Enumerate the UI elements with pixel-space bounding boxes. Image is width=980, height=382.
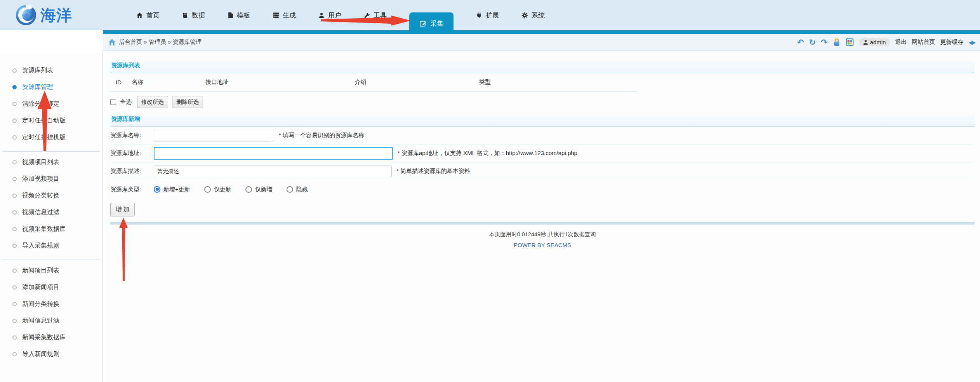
user-icon: [863, 40, 868, 45]
nav-item-collect[interactable]: 采集: [409, 12, 454, 34]
resource-url-input[interactable]: [154, 147, 393, 160]
radio-option-add-only[interactable]: 仅新增: [245, 186, 273, 193]
radio-option-update-only[interactable]: 仅更新: [204, 186, 231, 193]
nav-item-data[interactable]: 数据: [182, 11, 205, 20]
sidebar-item-import-collect-rules[interactable]: 导入采集规则: [2, 237, 100, 254]
site-home-link[interactable]: 网站首页: [912, 38, 935, 46]
nav-underline-bar: [103, 30, 980, 34]
breadcrumb: 后台首页 » 管理员 » 资源库管理: [108, 38, 202, 46]
column-name: 名称: [132, 78, 205, 86]
home-icon: [108, 39, 116, 46]
bullet-icon: [12, 285, 17, 290]
sidebar-item-news-project-list[interactable]: 新闻项目列表: [2, 262, 100, 279]
user-icon: [318, 12, 325, 19]
nav-item-home[interactable]: 首页: [136, 11, 160, 20]
url-field-hint: * 资源库api地址，仅支持 XML 格式，如：http://www.123.c…: [398, 150, 577, 157]
sidebar-item-news-category-convert[interactable]: 新闻分类转换: [2, 296, 100, 312]
sidebar-item-add-news-project[interactable]: 添加新闻项目: [2, 279, 100, 296]
sidebar-group-video: 视频项目列表 添加视频项目 视频分类转换 视频信息过滤 视频采集数据库 导入采集…: [2, 152, 100, 260]
bullet-icon: [12, 160, 17, 164]
submit-row: 增 加: [110, 198, 975, 220]
select-all-label: 全选: [120, 98, 132, 106]
database-icon: [182, 12, 188, 19]
sidebar: 资源库列表 资源库管理 清除分类绑定 定时任务自动版 定时任务挂机版 视频项目列…: [0, 51, 103, 382]
footer-stats: 本页面用时0.012449秒,共执行1次数据查询: [110, 231, 975, 238]
breadcrumb-bar: 后台首页 » 管理员 » 资源库管理 ↶ ↻ ↷ admin 退出 网站首页 更…: [103, 34, 980, 51]
home-icon: [136, 12, 143, 19]
forward-icon[interactable]: ↷: [821, 38, 828, 46]
ocean-swirl-icon: [16, 5, 36, 26]
section-title: 资源库新增: [111, 115, 140, 123]
add-button[interactable]: 增 加: [110, 203, 135, 216]
sidebar-item-news-info-filter[interactable]: 新闻信息过滤: [2, 312, 100, 329]
page-footer: 本页面用时0.012449秒,共执行1次数据查询 POWER BY SEACMS: [110, 231, 975, 248]
radio-icon: [245, 186, 252, 193]
type-field-label: 资源库类型:: [110, 186, 154, 193]
logout-link[interactable]: 退出: [895, 38, 907, 46]
breadcrumb-path: 后台首页 » 管理员 » 资源库管理: [119, 38, 202, 46]
desc-field-label: 资源库描述:: [110, 167, 154, 175]
modify-selected-button[interactable]: 修改所选: [137, 96, 168, 108]
bullet-icon: [12, 85, 17, 89]
lock-icon[interactable]: [833, 38, 841, 47]
resource-add-section-header: 资源库新增: [110, 112, 975, 127]
sidebar-item-video-collect-db[interactable]: 视频采集数据库: [2, 221, 100, 237]
bullet-icon: [12, 177, 17, 181]
form-row-type: 资源库类型: 新增+更新 仅更新 仅新增 隐藏: [110, 180, 975, 198]
radio-icon: [204, 186, 211, 193]
refresh-icon[interactable]: ↻: [809, 38, 816, 46]
sidebar-item-news-collect-db[interactable]: 新闻采集数据库: [2, 329, 100, 346]
bullet-icon: [12, 135, 17, 140]
divider-strip: [110, 222, 975, 225]
select-all-checkbox[interactable]: [110, 99, 116, 105]
sidebar-item-add-video-project[interactable]: 添加视频项目: [2, 171, 100, 187]
apps-grid-icon[interactable]: [846, 38, 854, 46]
url-field-label: 资源库地址:: [110, 150, 154, 157]
column-id: ID: [110, 79, 132, 85]
nav-item-user[interactable]: 用户: [318, 11, 341, 20]
sidebar-item-video-category-convert[interactable]: 视频分类转换: [2, 187, 100, 204]
form-row-name: 资源库名称: * 填写一个容易识别的资源库名称: [110, 127, 975, 145]
bullet-icon: [12, 68, 17, 73]
sidebar-item-resource-manage[interactable]: 资源库管理: [2, 79, 100, 96]
batch-actions-row: 全选 修改所选 删除所选: [110, 92, 975, 112]
radio-icon: [154, 186, 160, 193]
top-header: 海洋 首页 数据 模板 生成 用户: [0, 0, 980, 30]
collect-icon: [419, 20, 427, 27]
section-title: 资源库列表: [111, 62, 140, 69]
resource-desc-input[interactable]: [154, 166, 392, 177]
nav-item-system[interactable]: 系统: [521, 11, 545, 20]
radio-option-hidden[interactable]: 隐藏: [287, 186, 308, 193]
current-user-badge[interactable]: admin: [859, 38, 890, 46]
back-icon[interactable]: ↶: [797, 38, 804, 46]
nav-item-extend[interactable]: 扩展: [476, 11, 499, 20]
radio-option-add-update[interactable]: 新增+更新: [154, 186, 190, 193]
column-intro: 介绍: [355, 78, 479, 86]
nav-item-tools[interactable]: 工具: [364, 11, 387, 20]
resource-list-section-header: 资源库列表: [110, 58, 975, 73]
resource-name-input[interactable]: [154, 130, 274, 141]
breadcrumb-toolbar: ↶ ↻ ↷ admin 退出 网站首页 更新缓存 ◀▶: [797, 38, 975, 47]
sidebar-item-video-project-list[interactable]: 视频项目列表: [2, 154, 100, 171]
sidebar-group-news: 新闻项目列表 添加新闻项目 新闻分类转换 新闻信息过滤 新闻采集数据库 导入新闻…: [2, 260, 100, 368]
template-icon: [228, 12, 233, 19]
sidebar-item-timed-task-hang[interactable]: 定时任务挂机版: [2, 129, 100, 146]
refresh-cache-link[interactable]: 更新缓存: [940, 38, 963, 46]
sidebar-item-import-news-rules[interactable]: 导入新闻规则: [2, 346, 100, 363]
collapse-toggle-icon[interactable]: ◀▶: [968, 39, 975, 45]
brand-logo[interactable]: 海洋: [0, 5, 103, 26]
resource-type-radio-group: 新增+更新 仅更新 仅新增 隐藏: [154, 186, 308, 193]
delete-selected-button[interactable]: 删除所选: [172, 96, 203, 108]
sidebar-item-resource-list[interactable]: 资源库列表: [2, 62, 100, 79]
name-field-label: 资源库名称:: [110, 132, 154, 139]
name-field-hint: * 填写一个容易识别的资源库名称: [279, 132, 364, 139]
nav-item-template[interactable]: 模板: [228, 11, 250, 20]
sidebar-item-clear-category-binding[interactable]: 清除分类绑定: [2, 96, 100, 112]
sidebar-item-video-info-filter[interactable]: 视频信息过滤: [2, 204, 100, 221]
sidebar-item-timed-task-auto[interactable]: 定时任务自动版: [2, 112, 100, 129]
main-nav: 首页 数据 模板 生成 用户 工具: [136, 0, 545, 30]
footer-power-link[interactable]: POWER BY SEACMS: [110, 242, 975, 248]
bullet-icon: [12, 102, 17, 106]
nav-item-generate[interactable]: 生成: [273, 11, 296, 20]
bullet-icon: [12, 210, 17, 215]
